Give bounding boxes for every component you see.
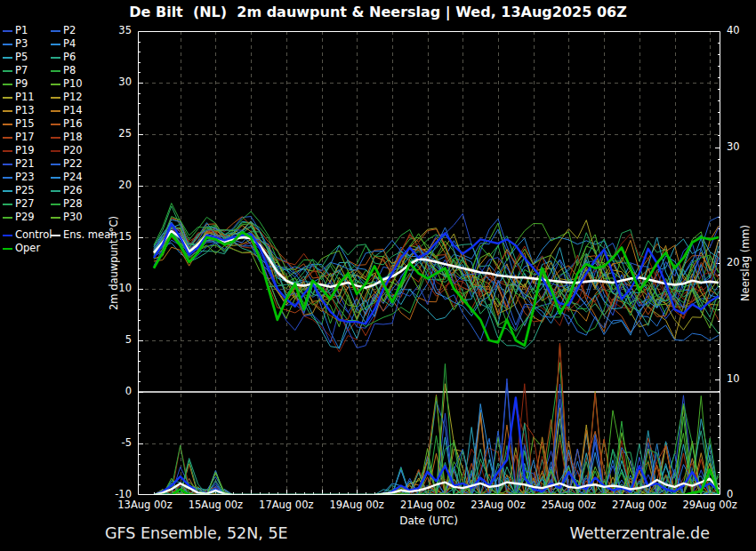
legend-item-p6: P6 [51,51,76,64]
legend-item-p6-swatch [51,57,60,59]
legend-item-p11: P11 [3,91,35,104]
legend-item-p28-swatch [51,204,60,205]
legend-item-p20: P20 [51,144,83,157]
legend-item-p26-label: P26 [63,184,83,197]
legend-item-p3-label: P3 [15,37,28,51]
legend-item-p1-label: P1 [15,24,28,37]
x-tick-label: 19Aug 00z [319,499,394,511]
legend-item-p5-swatch [3,57,12,59]
legend-item-p24-swatch [51,177,60,179]
legend-item-p18-swatch [51,137,60,139]
legend-item-p25-label: P25 [15,184,35,197]
legend-item-p22-swatch [51,164,60,165]
legend-item-p15-swatch [3,124,12,125]
y-left-tick-label: 25 [96,127,132,140]
legend-item-p22: P22 [51,157,83,171]
legend-item-control-swatch [3,235,12,236]
legend-item-p12-swatch [51,97,60,99]
legend-item-p11-label: P11 [15,91,35,104]
legend-item-p26-swatch [51,190,60,192]
x-tick-label: 17Aug 00z [249,499,324,511]
legend-item-p1: P1 [3,24,28,37]
x-tick-label: 25Aug 00z [531,499,606,511]
legend-item-p14-label: P14 [63,104,83,117]
ensemble-chart-canvas [138,31,720,495]
legend-item-p30: P30 [51,211,83,224]
legend-item-p8-swatch [51,70,60,72]
x-tick-label: 27Aug 00z [602,499,677,511]
legend-item-p28-label: P28 [63,197,83,211]
legend-item-control: Control [3,228,52,242]
legend-item-p30-swatch [51,217,60,219]
legend-item-p18: P18 [51,131,83,144]
legend-item-p7-label: P7 [15,64,28,77]
legend-item-oper: Oper [3,242,40,255]
legend-item-p2-label: P2 [63,24,76,37]
legend-item-p26: P26 [51,184,83,197]
model-location-label: GFS Ensemble, 52N, 5E [105,524,288,542]
legend-item-p22-label: P22 [63,157,83,171]
legend-item-p4: P4 [51,37,76,51]
legend-item-p24: P24 [51,171,83,184]
legend-item-p13: P13 [3,104,35,117]
legend-item-p7-swatch [3,70,12,72]
legend-item-p13-swatch [3,110,12,112]
y-left-tick-label: -5 [96,436,132,449]
legend-item-p9-label: P9 [15,77,28,91]
legend-item-p15: P15 [3,117,35,131]
legend-item-p19: P19 [3,144,35,157]
legend-item-p28: P28 [51,197,83,211]
legend-item-p10: P10 [51,77,83,91]
legend-item-p3-swatch [3,44,12,45]
legend-item-p12-label: P12 [63,91,83,104]
y-right-tick-label: 10 [727,372,756,385]
y-left-tick-label: 30 [96,76,132,88]
site-watermark: Wetterzentrale.de [569,524,710,542]
legend-item-p10-label: P10 [63,77,83,91]
legend-item-p14: P14 [51,104,83,117]
legend-item-p29-swatch [3,217,12,219]
legend-item-p21-swatch [3,164,12,165]
y-left-tick-label: 0 [96,385,132,397]
legend-item-p21: P21 [3,157,35,171]
legend-item-control-label: Control [15,228,52,242]
legend-row: P5P6 [3,51,136,64]
legend-item-p2: P2 [51,24,76,37]
legend-item-p23-swatch [3,177,12,179]
legend-item-p9-swatch [3,84,12,85]
legend-item-p17-swatch [3,137,12,139]
legend-item-p8: P8 [51,64,76,77]
legend-item-p21-label: P21 [15,157,35,171]
y-right-tick-label: 30 [727,140,756,153]
legend-item-p25: P25 [3,184,35,197]
legend-item-p25-swatch [3,190,12,192]
legend-item-p10-swatch [51,84,60,85]
legend-item-p17: P17 [3,131,35,144]
legend-item-p30-label: P30 [63,211,83,224]
legend-row: P11P12 [3,91,136,104]
legend-item-p11-swatch [3,97,12,99]
legend-row: P13P14 [3,104,136,117]
legend-item-p16-swatch [51,124,60,125]
legend-item-p9: P9 [3,77,28,91]
legend-item-oper-label: Oper [15,242,40,255]
legend-item-p2-swatch [51,30,60,32]
legend-item-p15-label: P15 [15,117,35,131]
legend-item-p1-swatch [3,30,12,32]
legend-item-p12: P12 [51,91,83,104]
x-axis-title: Date (UTC) [349,515,509,527]
legend-item-p4-label: P4 [63,37,76,51]
legend-item-p4-swatch [51,44,60,45]
legend-item-p6-label: P6 [63,51,76,64]
x-tick-label: 13Aug 00z [108,499,182,511]
legend-item-p3: P3 [3,37,28,51]
legend-item-p5-label: P5 [15,51,28,64]
legend-item-p16: P16 [51,117,83,131]
legend-item-p29-label: P29 [15,211,35,224]
legend-item-p27-swatch [3,204,12,205]
chart-title: De Bilt (NL) 2m dauwpunt & Neerslag | We… [0,4,756,20]
legend-item-p13-label: P13 [15,104,35,117]
x-tick-label: 29Aug 00z [672,499,747,511]
y-left-tick-label: 35 [96,24,132,36]
x-tick-label: 15Aug 00z [178,499,253,511]
